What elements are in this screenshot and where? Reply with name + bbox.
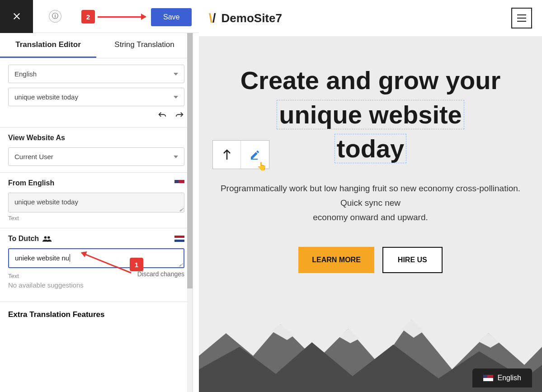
chevron-down-icon <box>174 96 178 99</box>
hamburger-icon <box>517 14 526 22</box>
translation-input-value: unieke website nu <box>15 254 69 262</box>
to-label: To Dutch <box>8 235 39 243</box>
scrollbar[interactable] <box>187 33 193 392</box>
language-switcher[interactable]: English <box>472 368 532 387</box>
tab-string-translation[interactable]: String Translation <box>96 33 193 58</box>
flag-nl-icon <box>174 236 184 242</box>
scrollbar-thumb[interactable] <box>187 33 193 288</box>
svg-rect-5 <box>251 159 258 160</box>
info-icon[interactable]: ⓘ <box>49 10 61 23</box>
svg-point-1 <box>47 236 50 239</box>
extra-features-header: Extra Translation Features <box>0 302 193 327</box>
hero-description: Programmatically work but low hanging fr… <box>208 181 533 225</box>
site-title: DemoSite7 <box>222 11 282 25</box>
source-type: Text <box>8 215 184 222</box>
svg-rect-4 <box>517 21 526 22</box>
pencil-icon <box>250 149 260 160</box>
hero-line2-selected: unique website <box>277 100 464 129</box>
save-button[interactable]: Save <box>151 8 192 26</box>
callout-1: 1 <box>130 258 143 271</box>
hero-line3-selected: today <box>335 134 406 163</box>
close-button[interactable] <box>0 0 33 33</box>
source-text: unique website today <box>8 193 184 213</box>
hero-desc-line2: Quick sync new <box>208 196 533 210</box>
undo-icon[interactable] <box>157 111 167 121</box>
select-parent-button[interactable] <box>213 141 241 169</box>
chevron-down-icon <box>174 156 178 158</box>
editor-panel: Translation Editor String Translation En… <box>0 33 193 392</box>
learn-more-button[interactable]: LEARN MORE <box>298 247 374 273</box>
logo-icon: \/ <box>209 11 216 25</box>
from-label: From English <box>8 179 54 187</box>
view-as-select[interactable]: Current User <box>8 147 184 166</box>
language-switcher-label: English <box>498 374 521 382</box>
resize-handle[interactable] <box>178 262 183 266</box>
arrow-up-icon <box>222 149 232 161</box>
translation-type: Text <box>8 273 19 279</box>
resize-handle[interactable] <box>179 207 183 211</box>
svg-point-0 <box>44 236 47 239</box>
flag-us-icon <box>483 375 493 381</box>
view-as-label: View Website As <box>8 134 184 142</box>
hire-us-button[interactable]: HIRE US <box>382 247 443 273</box>
tab-translation-editor[interactable]: Translation Editor <box>0 33 96 58</box>
close-icon <box>11 11 22 22</box>
flag-us-icon <box>174 180 184 186</box>
callout-2: 2 <box>81 10 95 24</box>
chevron-down-icon <box>174 73 178 76</box>
language-select-value: English <box>14 70 37 78</box>
source-text-value: unique website today <box>14 198 78 206</box>
hero-line1: Create and grow your <box>240 66 501 94</box>
people-icon[interactable] <box>42 236 52 242</box>
hero-desc-line1: Programmatically work but low hanging fr… <box>208 181 533 196</box>
string-select[interactable]: unique website today <box>8 88 184 106</box>
arrow-to-save <box>98 16 146 18</box>
view-as-value: Current User <box>14 153 53 161</box>
string-select-value: unique website today <box>14 93 78 101</box>
discard-changes[interactable]: Discard changes <box>137 270 184 279</box>
site-preview: \/ DemoSite7 Create and grow your unique… <box>199 0 542 392</box>
cursor-icon: 👆 <box>257 161 267 171</box>
hero-desc-line3: economy onward and upward. <box>208 210 533 225</box>
language-select[interactable]: English <box>8 65 184 83</box>
svg-rect-2 <box>517 14 526 15</box>
svg-rect-3 <box>517 18 526 19</box>
redo-icon[interactable] <box>174 111 184 121</box>
menu-button[interactable] <box>511 8 532 28</box>
no-suggestions: No available suggestions <box>8 279 184 295</box>
